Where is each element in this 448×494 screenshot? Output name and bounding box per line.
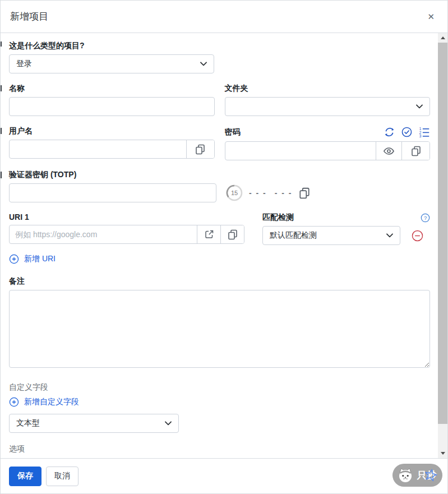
username-input[interactable] [10,140,186,158]
totp-code-placeholder: - - - - - - [249,188,293,197]
match-detection-help-button[interactable]: ? [421,213,430,223]
watermark-badge: 只抄 [392,464,442,487]
dialog-header: 新增项目 ✕ [1,1,447,33]
uri-group [9,225,244,244]
scrollbar-down-button[interactable] [438,449,447,458]
background-page-fragment [1,128,2,134]
plus-circle-icon [9,254,19,264]
copy-totp-button[interactable] [298,187,311,199]
scrollbar-up-button[interactable] [438,33,447,43]
help-icon: ? [421,213,430,223]
add-custom-field-link[interactable]: 新增自定义字段 [9,397,79,407]
folder-label: 文件夹 [225,84,431,94]
add-item-dialog: 新增项目 ✕ 这是什么类型的项目? 登录 名称 文件夹 [0,0,448,494]
launch-uri-button[interactable] [197,225,220,243]
username-group [9,140,215,159]
copy-username-button[interactable] [186,140,214,158]
background-page-fragment [1,85,2,91]
scroll-down-arrow-icon [441,452,445,455]
custom-field-type-select[interactable]: 文本型 [9,414,179,433]
svg-text:15: 15 [231,190,238,196]
copy-icon [227,229,238,240]
background-page-fragment [1,41,2,47]
copy-uri-button[interactable] [220,225,244,243]
item-type-select[interactable]: 登录 [9,54,214,73]
chevron-down-icon [416,104,423,109]
custom-field-type-value: 文本型 [16,418,160,428]
external-link-icon [204,229,215,240]
match-detection-select[interactable]: 默认匹配检测 [262,226,400,245]
totp-label: 验证器密钥 (TOTP) [9,170,430,180]
password-options-button[interactable]: 1 2 3 [418,126,430,138]
folder-select[interactable] [225,97,431,116]
credentials-row: 用户名 密码 [9,126,430,160]
check-circle-icon [401,126,413,138]
save-button[interactable]: 保存 [9,467,41,486]
password-input[interactable] [225,142,376,160]
dialog-footer: 保存 取消 [1,458,447,493]
item-type-value: 登录 [16,59,196,69]
password-label: 密码 [225,127,241,137]
uri-label: URI 1 [9,213,244,221]
dialog-title: 新增项目 [10,10,48,23]
svg-text:3: 3 [419,134,422,138]
uri-input[interactable] [10,225,197,243]
chevron-down-icon [165,421,172,426]
username-label: 用户名 [9,126,33,136]
background-page-fragment [1,172,2,178]
scrollbar-thumb[interactable] [438,43,447,424]
scroll-up-arrow-icon [441,36,445,39]
copy-icon [298,187,311,199]
match-detection-value: 默认匹配检测 [270,230,382,241]
watermark-text: 只抄 [417,469,437,482]
generate-password-button[interactable] [384,126,395,138]
totp-row: 15 - - - - - - [9,183,430,202]
name-input[interactable] [9,97,215,116]
cancel-button[interactable]: 取消 [46,467,78,486]
item-type-label: 这是什么类型的项目? [9,41,430,51]
cat-logo-icon [397,467,414,484]
copy-icon [195,144,206,155]
close-icon[interactable]: ✕ [424,10,438,23]
password-group [225,141,431,160]
totp-input[interactable] [9,183,216,202]
options-section-label: 选项 [9,444,430,454]
copy-password-button[interactable] [401,142,429,160]
check-password-button[interactable] [401,126,413,138]
refresh-icon [384,126,395,138]
minus-circle-icon [412,230,423,242]
numbered-list-icon: 1 2 3 [418,126,430,138]
dialog-body: 这是什么类型的项目? 登录 名称 文件夹 [1,33,438,458]
add-uri-label: 新增 URI [24,254,56,264]
totp-timer-icon: 15 [225,184,243,202]
add-custom-field-label: 新增自定义字段 [24,397,79,407]
copy-icon [410,145,422,156]
vertical-scrollbar[interactable] [438,33,447,458]
name-folder-row: 名称 文件夹 [9,84,430,116]
toggle-password-visibility-button[interactable] [376,142,401,160]
remove-uri-button[interactable] [412,230,423,242]
notes-textarea[interactable] [9,290,430,368]
eye-icon [383,145,395,157]
add-uri-link[interactable]: 新增 URI [9,254,56,264]
match-detection-label: 匹配检测 [262,213,294,223]
notes-label: 备注 [9,276,430,287]
plus-circle-icon [9,397,19,407]
uri-row: URI 1 [9,213,430,245]
svg-text:?: ? [424,214,427,220]
chevron-down-icon [200,62,207,66]
chevron-down-icon [386,233,393,238]
name-label: 名称 [9,84,215,94]
custom-fields-section-label: 自定义字段 [9,382,430,393]
